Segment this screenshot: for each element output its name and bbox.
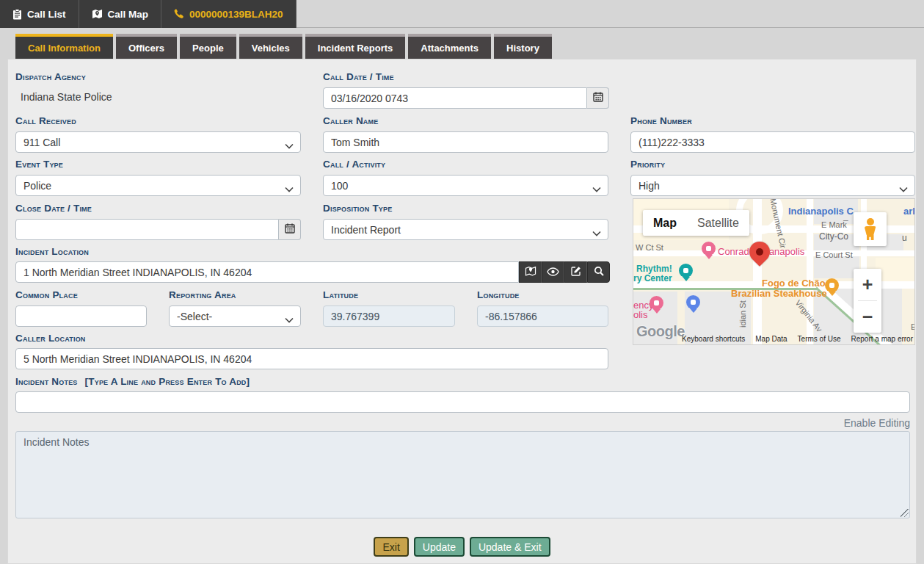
incident-notes-label: Incident Notes[Type A Line and Press Ent…: [15, 376, 250, 387]
call-datetime-calendar-button[interactable]: [587, 87, 609, 109]
tab-call-information[interactable]: Call Information: [15, 34, 113, 59]
pencil-square-icon: [571, 266, 581, 279]
close-datetime-input[interactable]: [15, 219, 279, 240]
calendar-icon: [593, 92, 603, 105]
call-detail-page: Call List Call Map 0000000139BLAH20 Call…: [0, 0, 924, 564]
zoom-out-button[interactable]: −: [854, 301, 881, 333]
call-map-button[interactable]: Call Map: [79, 0, 162, 28]
map-zoom-control: + −: [854, 269, 881, 333]
incident-notes-label-text: Incident Notes: [15, 376, 78, 387]
dispatch-agency-value: Indiana State Police: [21, 91, 112, 103]
call-list-label: Call List: [27, 9, 66, 20]
pegman-control[interactable]: [854, 212, 887, 246]
update-and-exit-button[interactable]: Update & Exit: [470, 537, 550, 557]
tab-label: Vehicles: [252, 43, 290, 54]
map-label: City-Co: [819, 231, 848, 242]
latitude-label: Latitude: [323, 289, 358, 300]
caller-location-input[interactable]: [15, 348, 608, 369]
call-activity-label: Call / Activity: [323, 159, 385, 170]
clipboard-icon: [12, 9, 22, 20]
map-label: Conrad: [718, 246, 749, 257]
reporting-area-select[interactable]: -Select-: [169, 306, 301, 327]
event-type-label: Event Type: [15, 159, 63, 170]
latitude-input: [323, 306, 455, 327]
tab-label: Officers: [128, 43, 164, 54]
caller-name-input[interactable]: [323, 131, 608, 153]
map-data-link[interactable]: Map Data: [755, 335, 787, 343]
call-activity-select[interactable]: 100: [323, 175, 608, 196]
event-type-select[interactable]: Police: [15, 175, 301, 196]
tab-people[interactable]: People: [180, 34, 236, 59]
phone-number-label: Phone Number: [630, 115, 692, 126]
textarea-resize-grip[interactable]: [901, 509, 909, 517]
common-place-label: Common Place: [15, 289, 78, 300]
map-label: Brazilian Steakhouse: [731, 288, 827, 299]
eye-icon: [547, 266, 559, 279]
close-datetime-calendar-button[interactable]: [279, 219, 301, 240]
tab-attachments[interactable]: Attachments: [408, 34, 491, 59]
priority-select[interactable]: High: [630, 175, 915, 196]
map-view-button[interactable]: Map: [643, 210, 687, 236]
incident-notes-line-input[interactable]: [15, 391, 910, 413]
top-nav-bar: Call List Call Map 0000000139BLAH20: [0, 0, 924, 28]
incident-location-label: Incident Location: [15, 246, 89, 257]
tab-incident-reports[interactable]: Incident Reports: [305, 34, 406, 59]
map-label: Fogo de Chão: [762, 278, 826, 289]
call-list-button[interactable]: Call List: [0, 0, 79, 28]
zoom-in-button[interactable]: +: [854, 269, 881, 300]
common-place-input[interactable]: [15, 306, 147, 327]
longitude-label: Longitude: [477, 289, 520, 300]
tab-vehicles[interactable]: Vehicles: [239, 34, 302, 59]
disposition-type-label: Disposition Type: [323, 203, 392, 214]
tab-history[interactable]: History: [494, 34, 552, 59]
tab-label: Incident Reports: [318, 43, 393, 54]
exit-button[interactable]: Exit: [374, 537, 408, 557]
location-map[interactable]: Indianapolis C arl E Mark City-Co u W Ct…: [633, 198, 915, 345]
call-datetime-label: Call Date / Time: [323, 71, 394, 82]
map-label: arl: [903, 206, 915, 217]
map-label: W Ct St: [636, 243, 663, 252]
map-label: ianapolis: [767, 246, 804, 257]
update-button[interactable]: Update: [414, 537, 465, 557]
call-datetime-input[interactable]: [323, 87, 587, 109]
incident-location-input[interactable]: [15, 261, 519, 283]
incident-notes-hint: [Type A Line and Press Enter To Add]: [85, 376, 250, 387]
search-location-button[interactable]: [587, 261, 610, 283]
reporting-area-label: Reporting Area: [169, 289, 236, 300]
map-label: u: [902, 233, 907, 243]
hotel-poi-icon[interactable]: [650, 296, 663, 310]
edit-location-button[interactable]: [564, 261, 587, 283]
active-call-tab[interactable]: 0000000139BLAH20: [161, 0, 297, 28]
museum-poi-icon[interactable]: [679, 264, 693, 278]
map-label: ry Center: [633, 273, 672, 283]
call-received-select[interactable]: 911 Call: [15, 131, 301, 153]
map-pin-button[interactable]: [519, 261, 542, 283]
view-location-button[interactable]: [542, 261, 564, 283]
calendar-icon: [285, 223, 295, 236]
satellite-view-button[interactable]: Satellite: [687, 210, 749, 236]
hotel-poi-icon[interactable]: [702, 242, 716, 256]
tab-officers[interactable]: Officers: [116, 34, 177, 59]
map-icon: [92, 9, 103, 19]
map-type-toggle: Map Satellite: [643, 210, 749, 236]
incident-location-marker[interactable]: [745, 237, 774, 267]
terms-of-use-link[interactable]: Terms of Use: [798, 335, 841, 343]
tab-label: Attachments: [421, 43, 479, 54]
report-map-error-link[interactable]: Report a map error: [851, 335, 913, 343]
restaurant-poi-icon[interactable]: [825, 278, 839, 292]
close-datetime-label: Close Date / Time: [15, 203, 92, 214]
map-label: E Court St: [815, 250, 853, 259]
tab-label: History: [506, 43, 539, 54]
disposition-type-select[interactable]: Incident Report: [323, 219, 608, 240]
keyboard-shortcuts-link[interactable]: Keyboard shortcuts: [682, 335, 745, 343]
call-map-label: Call Map: [108, 9, 149, 20]
pegman-icon: [865, 218, 876, 240]
shopping-poi-icon[interactable]: [686, 295, 700, 309]
incident-notes-textarea[interactable]: Incident Notes: [15, 431, 910, 518]
map-attribution: Keyboard shortcuts Map Data Terms of Use…: [682, 335, 913, 343]
priority-label: Priority: [630, 159, 665, 170]
map-label: E: [911, 322, 915, 331]
enable-editing-link[interactable]: Enable Editing: [844, 417, 910, 429]
map-marker-icon: [525, 266, 536, 279]
phone-number-input[interactable]: [630, 131, 915, 153]
